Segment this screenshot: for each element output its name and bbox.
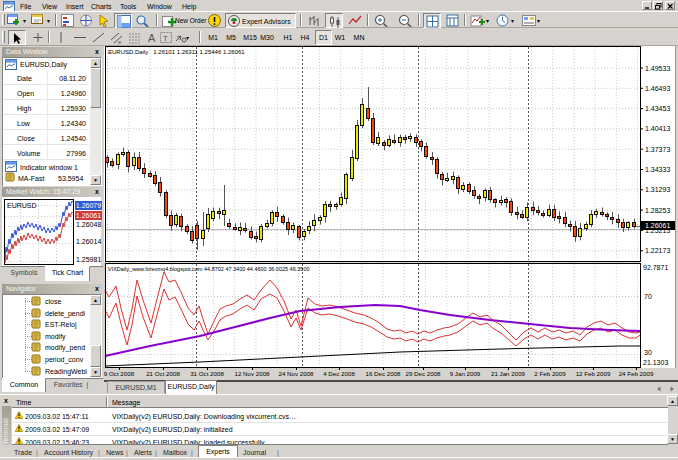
- svg-text:24 Nov 2008: 24 Nov 2008: [278, 370, 314, 377]
- svg-text:31 Oct 2008: 31 Oct 2008: [190, 370, 224, 377]
- svg-text:4 Dec 2008: 4 Dec 2008: [323, 370, 355, 377]
- svg-text:21.1303: 21.1303: [643, 359, 668, 366]
- svg-text:1.26061: 1.26061: [645, 222, 670, 229]
- svg-text:1.46493: 1.46493: [645, 85, 670, 92]
- svg-text:2 Feb 2009: 2 Feb 2009: [534, 370, 566, 377]
- svg-text:9 Oct 2008: 9 Oct 2008: [104, 370, 135, 377]
- svg-text:1.37373: 1.37373: [645, 146, 670, 153]
- svg-text:92.7871: 92.7871: [643, 264, 668, 271]
- svg-text:16 Dec 2008: 16 Dec 2008: [365, 370, 401, 377]
- svg-text:24 Feb 2009: 24 Feb 2009: [619, 370, 654, 377]
- svg-text:21 Oct 2008: 21 Oct 2008: [146, 370, 180, 377]
- svg-text:1.49533: 1.49533: [645, 65, 670, 72]
- svg-text:1.40413: 1.40413: [645, 125, 670, 132]
- svg-text:T: T: [163, 34, 168, 43]
- svg-text:29 Dec 2008: 29 Dec 2008: [405, 370, 441, 377]
- svg-text:1.43453: 1.43453: [645, 105, 670, 112]
- svg-text:21 Jan 2009: 21 Jan 2009: [491, 370, 526, 377]
- svg-text:30: 30: [644, 349, 652, 356]
- svg-text:EURUSD,Daily 1.26101 1.26311: EURUSD,Daily 1.26101 1.26311 1.25446 1.2…: [108, 49, 245, 55]
- svg-text:12 Nov 2008: 12 Nov 2008: [234, 370, 270, 377]
- svg-text:1.31293: 1.31293: [645, 186, 670, 193]
- svg-text:1.34333: 1.34333: [645, 166, 670, 173]
- svg-text:70: 70: [644, 293, 652, 300]
- svg-text:VIXDaily_www.forexmq4.blogspot: VIXDaily_www.forexmq4.blogspot.com 44.87…: [108, 266, 310, 272]
- svg-text:1.22173: 1.22173: [645, 247, 670, 254]
- svg-text:9 Jan 2009: 9 Jan 2009: [450, 370, 481, 377]
- svg-text:A: A: [148, 32, 156, 44]
- svg-text:1.28253: 1.28253: [645, 207, 670, 214]
- svg-text:e: e: [118, 39, 122, 44]
- svg-text:EURUSD: EURUSD: [7, 202, 37, 209]
- svg-text:12 Feb 2009: 12 Feb 2009: [576, 370, 611, 377]
